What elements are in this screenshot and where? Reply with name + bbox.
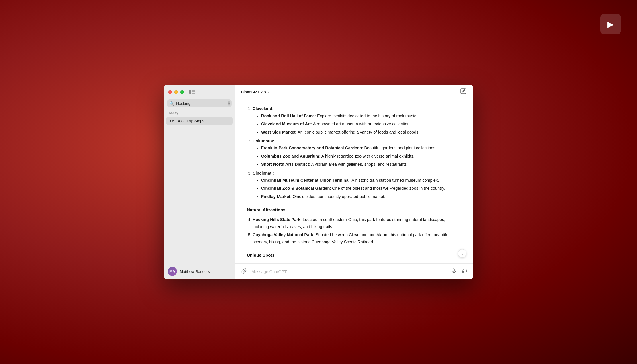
svg-rect-8 bbox=[466, 271, 467, 273]
today-label: Today bbox=[164, 110, 235, 116]
city3-name: Cincinnati: bbox=[253, 171, 274, 175]
city1-bullet-2: Cleveland Museum of Art: A renowned art … bbox=[261, 120, 462, 128]
chat-area[interactable]: Cleveland: Rock and Roll Hall of Fame: E… bbox=[235, 99, 473, 263]
background-play-button[interactable]: ▶ bbox=[600, 14, 621, 34]
svg-rect-5 bbox=[453, 269, 455, 271]
header-title: ChatGPT 4o › bbox=[241, 89, 269, 94]
app-name-label: ChatGPT bbox=[241, 89, 259, 94]
city1-name: Cleveland: bbox=[253, 106, 273, 111]
city2-bullet-2: Columbus Zoo and Aquarium: A highly rega… bbox=[261, 153, 462, 160]
sidebar-spacer bbox=[164, 125, 235, 263]
natural-item-1: Hocking Hills State Park: Located in sou… bbox=[253, 216, 462, 230]
app-window: 🔍 ✕ Today US Road Trip Stops MA Matthew … bbox=[164, 85, 473, 279]
svg-rect-7 bbox=[462, 271, 464, 273]
model-chevron-icon[interactable]: › bbox=[268, 90, 269, 94]
scroll-down-button[interactable]: ↓ bbox=[458, 249, 466, 258]
svg-rect-2 bbox=[192, 91, 195, 92]
minimize-button[interactable] bbox=[174, 90, 178, 94]
city1-bullet-3: West Side Market: An iconic public marke… bbox=[261, 129, 462, 136]
traffic-lights bbox=[168, 90, 184, 94]
compose-icon[interactable] bbox=[459, 87, 468, 97]
main-content: ChatGPT 4o › Cleveland: bbox=[235, 85, 473, 279]
svg-rect-0 bbox=[189, 90, 191, 94]
search-input[interactable] bbox=[176, 101, 226, 106]
close-button[interactable] bbox=[168, 90, 172, 94]
city2-bullet-3: Short North Arts District: A vibrant are… bbox=[261, 161, 462, 168]
user-profile[interactable]: MA Matthew Sanders bbox=[164, 263, 235, 279]
city2-name: Columbus: bbox=[253, 139, 274, 143]
section2-heading: Natural Attractions bbox=[247, 206, 462, 214]
sidebar-item-road-trip[interactable]: US Road Trip Stops bbox=[166, 117, 233, 125]
city2-bullet-1: Franklin Park Conservatory and Botanical… bbox=[261, 144, 462, 152]
natural-item-2: Cuyahoga Valley National Park: Situated … bbox=[253, 231, 462, 245]
svg-rect-3 bbox=[192, 93, 195, 94]
sidebar: 🔍 ✕ Today US Road Trip Stops MA Matthew … bbox=[164, 85, 235, 279]
search-icon: 🔍 bbox=[169, 101, 174, 106]
avatar-initials: MA bbox=[169, 269, 175, 274]
microphone-icon[interactable] bbox=[450, 267, 458, 276]
main-header: ChatGPT 4o › bbox=[235, 85, 473, 99]
search-clear-icon[interactable]: ✕ bbox=[228, 101, 230, 106]
header-actions bbox=[459, 87, 468, 97]
input-bar bbox=[235, 263, 473, 279]
svg-rect-1 bbox=[192, 90, 195, 91]
headphones-icon[interactable] bbox=[461, 267, 469, 276]
model-label: 4o bbox=[261, 89, 266, 94]
search-bar[interactable]: 🔍 ✕ bbox=[167, 99, 232, 107]
message-input[interactable] bbox=[251, 269, 447, 274]
city3-bullet-1: Cincinnati Museum Center at Union Termin… bbox=[261, 177, 462, 184]
titlebar bbox=[164, 85, 235, 99]
unique-item-1: Cedar Point (Sandusky): Known as the "Ro… bbox=[253, 261, 462, 263]
avatar: MA bbox=[168, 267, 177, 276]
user-name: Matthew Sanders bbox=[180, 269, 210, 274]
attach-icon[interactable] bbox=[240, 267, 249, 277]
city3-bullet-2: Cincinnati Zoo & Botanical Garden: One o… bbox=[261, 185, 462, 192]
city1-bullet-1: Rock and Roll Hall of Fame: Explore exhi… bbox=[261, 112, 462, 120]
section3-heading: Unique Spots bbox=[247, 251, 462, 259]
maximize-button[interactable] bbox=[180, 90, 184, 94]
svg-rect-4 bbox=[461, 89, 466, 94]
message-content: Cleveland: Rock and Roll Hall of Fame: E… bbox=[247, 105, 462, 263]
city3-bullet-3: Findlay Market: Ohio's oldest continuous… bbox=[261, 193, 462, 200]
sidebar-toggle-icon[interactable] bbox=[189, 89, 195, 95]
